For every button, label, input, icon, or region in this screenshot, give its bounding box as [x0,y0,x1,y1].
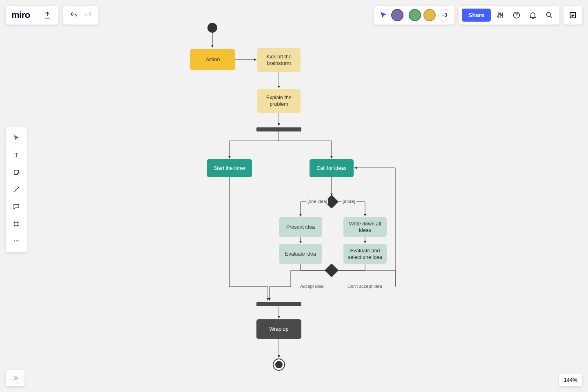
search-icon[interactable] [542,8,556,22]
share-button-label: Share [468,12,484,18]
node-kickoff[interactable]: Kick off the brainstorm [257,48,301,72]
node-present-idea[interactable]: Present idea [279,217,322,237]
tool-text[interactable] [7,147,25,163]
tool-more[interactable] [7,233,25,249]
avatar-user-1[interactable] [391,9,403,21]
node-label: Present idea [286,224,315,230]
undo-button[interactable] [68,10,79,20]
notifications-icon[interactable] [526,8,540,22]
comments-panel-button[interactable] [564,6,582,24]
edge-label-accept: Accept idea [299,284,325,289]
node-label: Start the timer [214,165,246,172]
node-call-for-ideas[interactable]: Call for ideas [310,159,354,177]
node-write-down[interactable]: Write down all ideas [343,217,387,237]
node-explain[interactable]: Explain the problem [257,89,301,113]
svg-point-2 [501,14,503,16]
end-node[interactable] [273,359,285,371]
decision-bottom[interactable] [325,263,339,277]
node-evaluate-select[interactable]: Evaluate and select one idea [343,244,387,264]
svg-point-4 [546,12,550,16]
zoom-indicator[interactable]: 144% [559,374,582,386]
edge-label-one-idea: [one idea] [306,199,328,204]
tool-sticky-note[interactable] [7,164,25,180]
node-evaluate-idea[interactable]: Evaluate idea [279,244,322,264]
svg-point-0 [497,16,499,17]
node-action[interactable]: Action [190,49,235,70]
node-label: Evaluate and select one idea [347,247,383,261]
presentation-cursor-icon[interactable] [378,10,389,20]
logo-panel: miro [6,6,58,24]
svg-point-6 [14,241,15,242]
svg-point-8 [18,241,19,242]
tool-connector[interactable] [7,181,25,198]
svg-point-7 [16,241,17,242]
tool-comment[interactable] [7,198,25,215]
svg-point-1 [499,13,501,14]
share-button[interactable]: Share [462,9,491,22]
avatar-overflow-count: +3 [441,12,447,18]
avatar-overflow[interactable]: +3 [438,9,450,21]
canvas[interactable]: Action Kick off the brainstorm Explain t… [0,0,588,392]
collaborators-panel: +3 [374,6,454,24]
node-label: Action [206,56,220,63]
node-wrap-up[interactable]: Wrap up [256,319,301,339]
divider [406,11,406,20]
edge-label-more: [more] [341,199,356,204]
tool-frame[interactable] [7,216,25,232]
node-label: Wrap up [269,326,288,332]
divider [36,11,36,20]
edge-label-dont-accept: Don't accept idea [346,284,383,289]
settings-sliders-icon[interactable] [493,8,507,22]
node-label: Kick off the brainstorm [261,53,297,67]
export-button[interactable] [42,10,53,20]
history-panel [63,6,98,24]
node-label: Call for ideas [317,165,347,172]
avatar-user-3[interactable] [423,9,436,21]
join-bar-bottom[interactable] [256,302,301,306]
zoom-level: 144% [564,377,577,383]
redo-button[interactable] [83,10,94,20]
node-label: Explain the problem [261,94,297,108]
node-label: Evaluate idea [285,251,316,257]
left-toolbar [6,127,27,252]
app-logo[interactable]: miro [11,10,30,20]
fork-bar-top[interactable] [256,127,301,131]
help-icon[interactable] [510,8,523,22]
node-label: Write down all ideas [347,220,383,234]
expand-toolbar-button[interactable] [6,370,24,386]
tool-select[interactable] [7,130,25,146]
avatar-user-2[interactable] [409,9,421,21]
start-node[interactable] [207,23,217,33]
node-start-timer[interactable]: Start the timer [207,159,252,177]
share-panel: Share [459,6,559,24]
